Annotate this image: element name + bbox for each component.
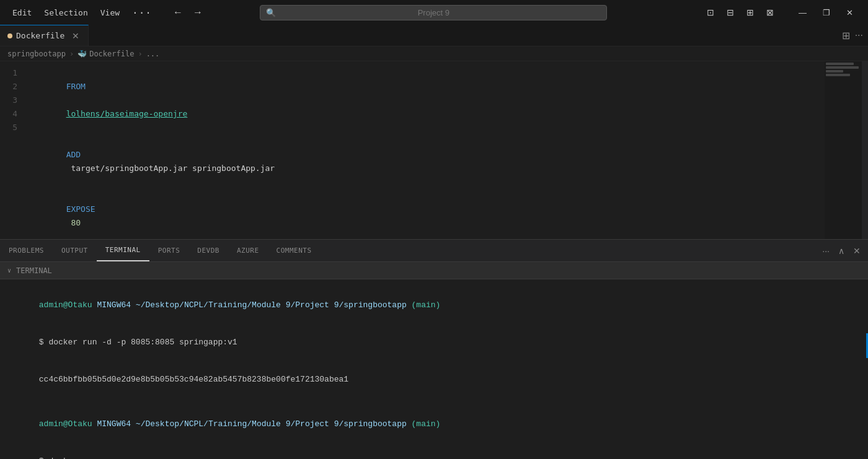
tab-output[interactable]: OUTPUT [53, 240, 97, 261]
menu-edit[interactable]: Edit [7, 6, 37, 20]
code-line-2: ADD target/springbootApp.jar springbootA… [25, 134, 868, 189]
docker-icon: 🐳 [78, 50, 87, 58]
term-dollar-2: $ docker ps [39, 457, 92, 459]
search-icon: 🔍 [266, 8, 276, 17]
panel-tab-bar: PROBLEMS OUTPUT TERMINAL PORTS DEVDB AZU… [0, 240, 868, 262]
panel-actions: ··· ∧ ✕ [815, 240, 868, 261]
tab-dockerfile[interactable]: Dockerfile ✕ [0, 25, 89, 46]
terminal-prompt-1: admin@Otaku MINGW64 ~/Desktop/NCPL/Train… [10, 287, 858, 324]
keyword-add: ADD [66, 150, 81, 159]
tab-end-actions: ⊞ ··· [837, 25, 868, 46]
breadcrumb-sep-1: › [69, 50, 74, 58]
line-numbers: 1 2 3 4 5 [0, 61, 25, 239]
terminal-prompt-2: admin@Otaku MINGW64 ~/Desktop/NCPL/Train… [10, 406, 858, 443]
tab-comments[interactable]: COMMENTS [268, 240, 321, 261]
tab-terminal[interactable]: TERMINAL [97, 240, 149, 261]
menu-view[interactable]: View [95, 6, 125, 20]
line-num-3: 3 [0, 94, 17, 107]
split-editor-button[interactable]: ⊞ [842, 30, 850, 42]
menu-bar: Edit Selection View ··· [7, 4, 157, 21]
term-branch-2: (main) [407, 419, 441, 429]
panel: PROBLEMS OUTPUT TERMINAL PORTS DEVDB AZU… [0, 239, 868, 459]
forward-button[interactable]: → [189, 6, 206, 19]
term-user-2: admin@Otaku [39, 419, 92, 429]
titlebar-actions: ⊡ ⊟ ⊞ ⊠ [704, 6, 776, 19]
sidebar-toggle-icon[interactable]: ⊡ [704, 6, 717, 19]
minimize-button[interactable]: — [791, 6, 814, 20]
term-hash-output: cc4c6bbfbb05b5d0e2d9e8b5b05b53c94e82ab54… [39, 375, 348, 384]
terminal-output-1: cc4c6bbfbb05b5d0e2d9e8b5b05b53c94e82ab54… [10, 361, 858, 398]
code-line-1: FROM lolhens/baseimage-openjre [25, 66, 868, 134]
line-num-2: 2 [0, 80, 17, 94]
tab-azure[interactable]: AZURE [228, 240, 268, 261]
breadcrumb-ellipsis[interactable]: ... [146, 50, 160, 58]
tab-modified-dot [7, 33, 12, 38]
code-area[interactable]: FROM lolhens/baseimage-openjre ADD targe… [25, 61, 868, 239]
line-num-5: 5 [0, 121, 17, 134]
terminal-chevron-icon: ∨ [7, 267, 11, 274]
window-controls: — ❐ ✕ [791, 6, 861, 20]
nav-buttons: ← → [169, 6, 206, 19]
term-user-1: admin@Otaku [39, 300, 92, 310]
line-num-1: 1 [0, 66, 17, 80]
panel-collapse-button[interactable]: ∧ [836, 245, 847, 257]
panel-more-button[interactable]: ··· [820, 245, 832, 257]
back-button[interactable]: ← [169, 6, 187, 19]
add-args: target/springbootApp.jar springbootApp.j… [66, 164, 275, 173]
base-image-link[interactable]: lolhens/baseimage-openjre [66, 109, 188, 118]
panel-close-button[interactable]: ✕ [851, 245, 863, 257]
layout-icon-2[interactable]: ⊟ [724, 6, 737, 19]
layout-icon-3[interactable]: ⊞ [744, 6, 756, 19]
layout-icon-4[interactable]: ⊠ [764, 6, 776, 19]
line-num-4: 4 [0, 107, 17, 121]
menu-more[interactable]: ··· [127, 4, 157, 21]
term-mingw-1: MINGW64 [92, 300, 131, 310]
term-mingw-2: MINGW64 [92, 419, 131, 429]
tab-bar: Dockerfile ✕ ⊞ ··· [0, 25, 868, 46]
editor-scrollbar[interactable] [862, 61, 868, 239]
editor: 1 2 3 4 5 FROM lolhens/baseimage-openjre… [0, 61, 868, 239]
code-line-3: EXPOSE 80 [25, 189, 868, 239]
search-input[interactable] [260, 5, 607, 20]
term-path-1: ~/Desktop/NCPL/Training/Module 9/Project… [131, 300, 407, 310]
breadcrumb: springbootapp › 🐳 Dockerfile › ... [0, 46, 868, 61]
code-space-1 [66, 95, 71, 105]
tab-close-button[interactable]: ✕ [71, 31, 81, 41]
terminal-title-label: TERMINAL [16, 266, 52, 275]
more-tabs-button[interactable]: ··· [855, 30, 863, 41]
maximize-button[interactable]: ❐ [815, 6, 838, 20]
search-bar[interactable]: 🔍 [260, 5, 607, 20]
tab-ports[interactable]: PORTS [149, 240, 189, 261]
close-button[interactable]: ✕ [839, 6, 861, 20]
titlebar: Edit Selection View ··· ← → 🔍 ⊡ ⊟ ⊞ ⊠ — … [0, 0, 868, 25]
expose-port: 80 [66, 218, 81, 227]
terminal-cmd-2: $ docker ps [10, 443, 858, 459]
tab-problems[interactable]: PROBLEMS [0, 240, 53, 261]
breadcrumb-springbootapp[interactable]: springbootapp [7, 50, 66, 58]
breadcrumb-dockerfile[interactable]: Dockerfile [89, 50, 134, 58]
term-branch-1: (main) [407, 300, 441, 310]
term-path-2: ~/Desktop/NCPL/Training/Module 9/Project… [131, 419, 407, 429]
terminal-cmd-1: $ docker run -d -p 8085:8085 springapp:v… [10, 324, 858, 361]
tab-label: Dockerfile [16, 31, 64, 40]
minimap [825, 61, 862, 239]
tab-devdb[interactable]: DEVDB [188, 240, 228, 261]
keyword-from: FROM [66, 82, 86, 91]
term-dollar-1: $ docker run -d -p 8085:8085 springapp:v… [39, 338, 237, 347]
terminal-titlebar: ∨ TERMINAL [0, 262, 868, 279]
terminal-content[interactable]: admin@Otaku MINGW64 ~/Desktop/NCPL/Train… [0, 279, 868, 459]
keyword-expose: EXPOSE [66, 204, 95, 214]
breadcrumb-sep-2: › [138, 50, 142, 58]
menu-selection[interactable]: Selection [39, 6, 92, 20]
